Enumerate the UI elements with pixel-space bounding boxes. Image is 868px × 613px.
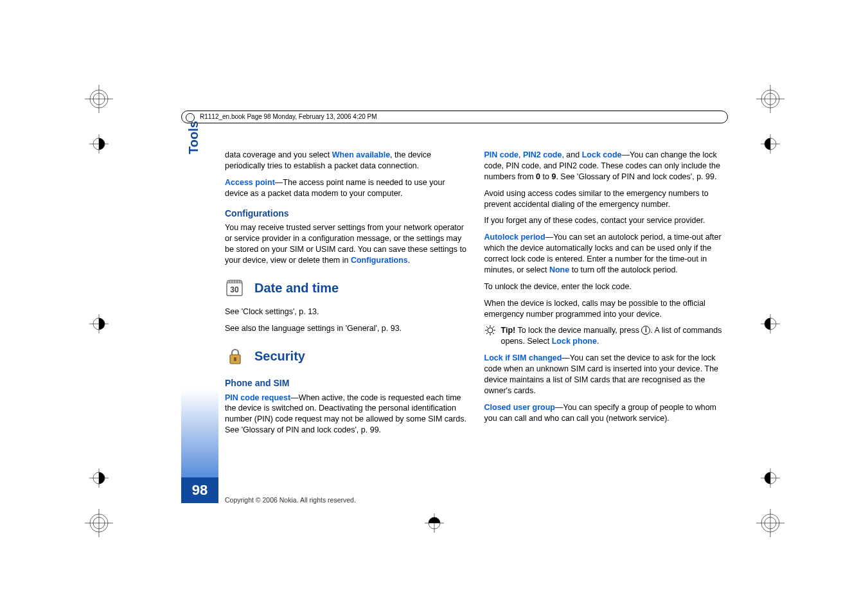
- paragraph: Lock if SIM changed—You can set the devi…: [484, 353, 729, 396]
- lock-icon: [225, 346, 245, 367]
- tip-icon: [484, 325, 496, 347]
- link-access-point: Access point: [225, 178, 275, 187]
- sidebar: Tools 98: [181, 129, 218, 501]
- link-when-available: When available: [332, 150, 390, 159]
- crop-mark-icon: [84, 308, 114, 339]
- paragraph: To unlock the device, enter the lock cod…: [484, 281, 729, 292]
- crop-mark-icon: [755, 129, 786, 159]
- svg-line-52: [493, 333, 494, 334]
- right-column: PIN code, PIN2 code, and Lock code—You c…: [484, 150, 729, 497]
- page-header-bar: R1112_en.book Page 98 Monday, February 1…: [181, 111, 728, 123]
- crop-mark-icon: [84, 463, 114, 493]
- paragraph: data coverage and you select When availa…: [225, 150, 469, 172]
- paragraph: Avoid using access codes similar to the …: [484, 188, 729, 210]
- tip-block: Tip! To lock the device manually, press …: [484, 325, 729, 347]
- link-lock-phone: Lock phone: [552, 337, 597, 346]
- link-none: None: [549, 265, 569, 274]
- tip-text: Tip! To lock the device manually, press …: [501, 325, 729, 347]
- link-pin2-code: PIN2 code: [523, 150, 562, 159]
- link-configurations: Configurations: [351, 256, 408, 265]
- power-key-icon: [641, 326, 650, 335]
- registration-mark-icon: [755, 508, 786, 538]
- paragraph: If you forget any of these codes, contac…: [484, 215, 729, 226]
- svg-rect-45: [234, 357, 236, 361]
- header-text: R1112_en.book Page 98 Monday, February 1…: [200, 113, 377, 120]
- registration-mark-icon: [755, 84, 786, 114]
- main-content: data coverage and you select When availa…: [225, 150, 728, 497]
- heading-security: Security: [254, 348, 305, 365]
- svg-line-54: [486, 333, 488, 334]
- registration-mark-icon: [84, 84, 114, 114]
- crop-mark-icon: [84, 129, 114, 159]
- link-pin-code-request: PIN code request: [225, 393, 290, 402]
- link-lock-code: Lock code: [582, 150, 622, 159]
- link-autolock-period: Autolock period: [484, 233, 545, 242]
- heading-row-security: Security: [225, 346, 469, 367]
- heading-row-date-time: 30 Date and time: [225, 278, 469, 299]
- link-lock-if-sim-changed: Lock if SIM changed: [484, 353, 562, 362]
- paragraph: See also the language settings in 'Gener…: [225, 323, 469, 334]
- svg-text:30: 30: [230, 285, 239, 294]
- svg-point-46: [488, 328, 493, 333]
- heading-date-time: Date and time: [254, 280, 339, 297]
- registration-mark-icon: [84, 508, 114, 538]
- heading-configurations: Configurations: [225, 208, 469, 220]
- document-page: R1112_en.book Page 98 Monday, February 1…: [0, 0, 868, 613]
- page-number: 98: [181, 477, 218, 503]
- paragraph: PIN code, PIN2 code, and Lock code—You c…: [484, 150, 729, 182]
- svg-line-51: [486, 326, 488, 328]
- crop-mark-icon: [419, 508, 450, 538]
- crop-mark-icon: [755, 463, 786, 493]
- copyright-footer: Copyright © 2006 Nokia. All rights reser…: [225, 496, 356, 504]
- paragraph: Autolock period—You can set an autolock …: [484, 232, 729, 276]
- heading-phone-sim: Phone and SIM: [225, 377, 469, 389]
- calendar-icon: 30: [225, 278, 245, 299]
- paragraph: PIN code request—When active, the code i…: [225, 393, 469, 436]
- crop-mark-icon: [755, 308, 786, 339]
- link-closed-user-group: Closed user group: [484, 403, 555, 412]
- paragraph: Access point—The access point name is ne…: [225, 177, 469, 199]
- paragraph: When the device is locked, calls may be …: [484, 298, 729, 320]
- left-column: data coverage and you select When availa…: [225, 150, 469, 497]
- section-label: Tools: [186, 121, 201, 154]
- paragraph: You may receive trusted server settings …: [225, 222, 469, 266]
- paragraph: See 'Clock settings', p. 13.: [225, 306, 469, 317]
- link-pin-code: PIN code: [484, 150, 519, 159]
- paragraph: Closed user group—You can specify a grou…: [484, 402, 729, 424]
- svg-line-53: [493, 326, 494, 328]
